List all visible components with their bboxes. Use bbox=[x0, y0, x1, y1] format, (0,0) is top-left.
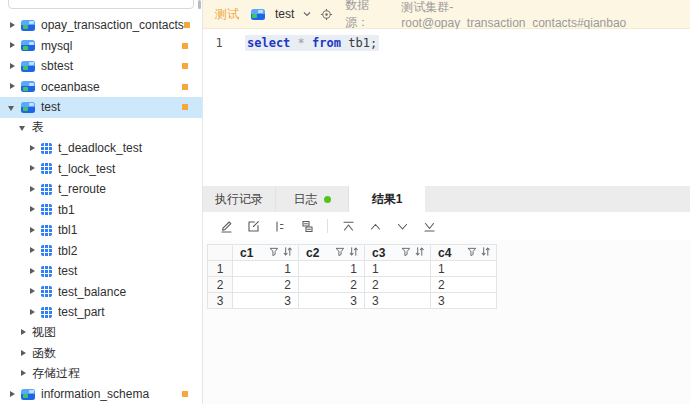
caret-icon[interactable] bbox=[8, 21, 17, 30]
row-number[interactable]: 3 bbox=[208, 293, 233, 309]
results-toolbar bbox=[203, 212, 690, 240]
chevron-down-icon[interactable] bbox=[302, 9, 312, 19]
cell-c3[interactable]: 2 bbox=[365, 277, 431, 293]
caret-icon[interactable] bbox=[28, 287, 37, 296]
caret-icon[interactable] bbox=[28, 144, 37, 153]
sql-line[interactable]: select * from tb1; bbox=[245, 36, 379, 186]
tree-item-information_schema[interactable]: information_schema bbox=[0, 384, 202, 404]
sidebar-search-input[interactable] bbox=[8, 0, 194, 9]
caret-icon[interactable] bbox=[28, 185, 37, 194]
database-icon bbox=[21, 40, 35, 51]
tree-item-t_reroute[interactable]: t_reroute bbox=[0, 179, 202, 200]
sql-editor[interactable]: 1 select * from tb1; bbox=[203, 29, 690, 186]
panel-tab-执行记录[interactable]: 执行记录 bbox=[203, 186, 276, 212]
caret-icon[interactable] bbox=[28, 308, 37, 317]
column-mode-icon[interactable] bbox=[270, 216, 290, 236]
edit-pencil-icon[interactable] bbox=[216, 216, 236, 236]
caret-icon[interactable] bbox=[8, 103, 17, 112]
caret-icon[interactable] bbox=[28, 267, 37, 276]
cell-c4[interactable]: 1 bbox=[431, 261, 497, 277]
filter-icon[interactable] bbox=[269, 246, 279, 260]
caret-icon[interactable] bbox=[19, 349, 28, 358]
row-number[interactable]: 2 bbox=[208, 277, 233, 293]
prev-row-icon[interactable] bbox=[365, 216, 385, 236]
cell-c3[interactable]: 1 bbox=[365, 261, 431, 277]
worksheet-tab[interactable]: 测试 bbox=[215, 6, 239, 23]
caret-icon[interactable] bbox=[8, 62, 17, 71]
tree-item-存储过程[interactable]: 存储过程 bbox=[0, 364, 202, 385]
tree-item-sbtest[interactable]: sbtest bbox=[0, 56, 202, 77]
cell-c1[interactable]: 3 bbox=[233, 293, 299, 309]
tree-item-视图[interactable]: 视图 bbox=[0, 323, 202, 344]
cell-c1[interactable]: 2 bbox=[233, 277, 299, 293]
caret-icon[interactable] bbox=[8, 82, 17, 91]
tree-item-label: tb1 bbox=[58, 203, 75, 217]
column-header-c3[interactable]: c3 bbox=[365, 245, 431, 261]
tree-item-test[interactable]: test bbox=[0, 97, 202, 118]
caret-icon[interactable] bbox=[19, 328, 28, 337]
column-header-c4[interactable]: c4 bbox=[431, 245, 497, 261]
tree-item-label: 视图 bbox=[32, 324, 56, 341]
tree-item-label: opay_transaction_contacts bbox=[41, 18, 184, 32]
filter-icon[interactable] bbox=[467, 246, 477, 260]
caret-icon[interactable] bbox=[28, 164, 37, 173]
caret-icon[interactable] bbox=[19, 123, 28, 132]
caret-icon[interactable] bbox=[28, 226, 37, 235]
tree-item-表[interactable]: 表 bbox=[0, 118, 202, 139]
datasource-aim-icon[interactable] bbox=[320, 8, 333, 21]
table-icon bbox=[41, 225, 52, 236]
caret-icon[interactable] bbox=[28, 205, 37, 214]
tree-item-函数[interactable]: 函数 bbox=[0, 343, 202, 364]
sidebar-scrollbar[interactable] bbox=[198, 0, 201, 9]
status-badge bbox=[182, 84, 188, 90]
status-badge bbox=[182, 391, 188, 397]
caret-icon[interactable] bbox=[19, 369, 28, 378]
tree-item-test_balance[interactable]: test_balance bbox=[0, 282, 202, 303]
cell-c4[interactable]: 2 bbox=[431, 277, 497, 293]
tree-item-oceanbase[interactable]: oceanbase bbox=[0, 77, 202, 98]
open-editor-icon[interactable] bbox=[243, 216, 263, 236]
tree-item-tbl1[interactable]: tbl1 bbox=[0, 220, 202, 241]
cell-c3[interactable]: 3 bbox=[365, 293, 431, 309]
tree-item-mysql[interactable]: mysql bbox=[0, 36, 202, 57]
column-header-c1[interactable]: c1 bbox=[233, 245, 299, 261]
tree-item-opay_transaction_contacts[interactable]: opay_transaction_contacts bbox=[0, 15, 202, 36]
caret-icon[interactable] bbox=[8, 41, 17, 50]
filter-icon[interactable] bbox=[335, 246, 345, 260]
jump-last-icon[interactable] bbox=[419, 216, 439, 236]
copy-rows-icon[interactable] bbox=[297, 216, 317, 236]
caret-icon[interactable] bbox=[28, 246, 37, 255]
table-icon bbox=[41, 245, 52, 256]
tree-item-t_lock_test[interactable]: t_lock_test bbox=[0, 159, 202, 180]
cell-c2[interactable]: 3 bbox=[299, 293, 365, 309]
row-number[interactable]: 1 bbox=[208, 261, 233, 277]
db-tree: opay_transaction_contacts mysql sbtest o… bbox=[0, 13, 202, 404]
sort-icon[interactable] bbox=[282, 246, 293, 260]
tree-item-tbl2[interactable]: tbl2 bbox=[0, 241, 202, 262]
panel-tab-label: 日志 bbox=[294, 191, 318, 208]
sort-icon[interactable] bbox=[348, 246, 359, 260]
cell-c1[interactable]: 1 bbox=[233, 261, 299, 277]
panel-tab-日志[interactable]: 日志 bbox=[276, 186, 349, 212]
column-name: c1 bbox=[240, 246, 253, 260]
database-icon bbox=[21, 81, 35, 92]
column-header-c2[interactable]: c2 bbox=[299, 245, 365, 261]
panel-tab-结果1[interactable]: 结果1 bbox=[349, 186, 425, 212]
tree-item-test_part[interactable]: test_part bbox=[0, 302, 202, 323]
schema-selector[interactable]: test bbox=[275, 7, 294, 21]
next-row-icon[interactable] bbox=[392, 216, 412, 236]
cell-c2[interactable]: 2 bbox=[299, 277, 365, 293]
sort-icon[interactable] bbox=[414, 246, 425, 260]
table-icon bbox=[41, 143, 52, 154]
caret-icon[interactable] bbox=[8, 390, 17, 399]
sort-icon[interactable] bbox=[480, 246, 491, 260]
tree-item-test[interactable]: test bbox=[0, 261, 202, 282]
tree-item-label: t_reroute bbox=[58, 182, 106, 196]
cell-c4[interactable]: 3 bbox=[431, 293, 497, 309]
column-name: c4 bbox=[438, 246, 451, 260]
cell-c2[interactable]: 1 bbox=[299, 261, 365, 277]
filter-icon[interactable] bbox=[401, 246, 411, 260]
tree-item-t_deadlock_test[interactable]: t_deadlock_test bbox=[0, 138, 202, 159]
tree-item-tb1[interactable]: tb1 bbox=[0, 200, 202, 221]
jump-first-icon[interactable] bbox=[338, 216, 358, 236]
